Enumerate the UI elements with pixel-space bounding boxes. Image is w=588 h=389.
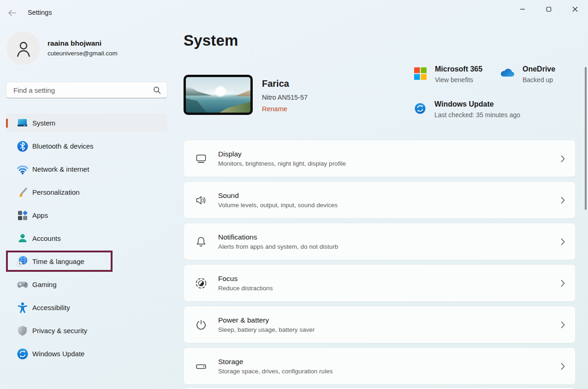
sidebar-item-personalization[interactable]: Personalization [6,183,167,202]
chevron-right-icon [561,238,565,245]
avatar [6,31,40,65]
selection-accent-pill [6,119,8,128]
settings-cards: Display Monitors, brightness, night ligh… [184,140,576,385]
card-subtitle: Sleep, battery usage, battery saver [218,326,315,333]
window-title: Settings [28,9,52,16]
search-icon [153,86,161,94]
sidebar-item-label: Accounts [32,234,61,242]
sidebar-item-accounts[interactable]: Accounts [6,229,167,248]
card-subtitle: Alerts from apps and system, do not dist… [218,243,338,250]
sidebar-item-windows-update[interactable]: Windows Update [6,344,167,363]
chevron-right-icon [561,197,565,204]
time-language-icon [16,255,29,268]
back-button[interactable] [6,7,18,18]
sidebar-item-accessibility[interactable]: Accessibility [6,298,167,317]
gaming-icon [16,278,29,291]
notifications-icon [184,236,218,248]
card-title: Storage [218,358,333,366]
search-box [6,82,167,98]
sidebar-item-label: Personalization [32,188,80,196]
sidebar-item-apps[interactable]: Apps [6,206,167,225]
system-icon [16,117,29,129]
personalization-icon [16,186,29,198]
card-title: Focus [218,275,273,283]
minimize-button[interactable] [509,0,535,18]
device-model: Nitro AN515-57 [262,94,308,101]
microsoft-365-logo [414,65,427,84]
sidebar-item-label: Bluetooth & devices [32,142,94,150]
focus-icon [184,277,218,289]
accessibility-icon [16,301,29,314]
profile-name: raaina bhojwani [48,39,101,48]
storage-icon [184,360,218,372]
page-title: System [184,32,238,49]
scrollbar-thumb[interactable] [585,67,587,210]
privacy-shield-icon [16,324,29,337]
sidebar-item-time-language[interactable]: Time & language [6,252,167,271]
chevron-right-icon [561,321,565,329]
status-title: Microsoft 365 [435,65,482,73]
status-title: Windows Update [434,100,520,108]
card-focus[interactable]: Focus Reduce distractions [184,264,576,302]
sidebar-item-label: Gaming [32,281,57,288]
card-title: Notifications [218,233,338,241]
chevron-right-icon [561,363,565,370]
sidebar-item-bluetooth-devices[interactable]: Bluetooth & devices [6,137,167,156]
card-title: Sound [218,192,338,200]
sidebar-item-label: Privacy & security [32,327,87,335]
card-subtitle: Reduce distractions [218,285,273,292]
windows-update-icon [414,100,426,119]
status-onedrive[interactable]: OneDrive Backed up [499,65,555,84]
onedrive-icon [499,65,514,84]
status-subtitle: View benefits [435,76,482,84]
sidebar-nav: System Bluetooth & devices [6,114,167,367]
search-input[interactable] [6,86,153,94]
maximize-button[interactable] [535,0,562,18]
back-arrow-icon [8,10,16,16]
card-sound[interactable]: Sound Volume levels, output, input, soun… [184,181,576,219]
bluetooth-icon [16,140,29,152]
card-notifications[interactable]: Notifications Alerts from apps and syste… [184,223,576,260]
sound-icon [184,194,218,206]
chevron-right-icon [561,280,565,287]
status-title: OneDrive [523,65,555,73]
card-subtitle: Monitors, brightness, night light, displ… [218,160,346,167]
settings-window: Settings raaina bhojwani cuteuniverse@gm… [0,0,588,389]
accounts-icon [16,232,29,245]
status-subtitle: Last checked: 35 minutes ago [434,111,520,119]
person-icon [15,40,32,57]
close-icon [572,6,578,12]
status-windows-update[interactable]: Windows Update Last checked: 35 minutes … [414,100,520,119]
sidebar-item-privacy-security[interactable]: Privacy & security [6,321,167,340]
chevron-right-icon [561,155,565,162]
power-icon [184,319,218,331]
rename-link[interactable]: Rename [262,105,287,113]
card-title: Power & battery [218,316,315,324]
sidebar-item-system[interactable]: System [6,114,167,132]
card-display[interactable]: Display Monitors, brightness, night ligh… [184,140,576,177]
network-icon [16,163,29,175]
sidebar-item-label: System [32,119,55,127]
apps-icon [16,209,29,221]
sidebar-item-network-internet[interactable]: Network & internet [6,160,167,179]
card-title: Display [218,150,346,158]
user-profile[interactable]: raaina bhojwani cuteuniverse@gmail.com [6,31,168,66]
sidebar-item-label: Accessibility [32,304,70,311]
sidebar-item-label: Windows Update [32,350,84,358]
card-power-battery[interactable]: Power & battery Sleep, battery usage, ba… [184,306,576,343]
card-subtitle: Volume levels, output, input, sound devi… [218,202,338,209]
sidebar-item-label: Network & internet [32,165,89,173]
device-image [184,75,253,115]
profile-email: cuteuniverse@gmail.com [48,50,118,57]
status-microsoft-365[interactable]: Microsoft 365 View benefits [414,65,482,84]
close-button[interactable] [562,0,588,18]
card-storage[interactable]: Storage Storage space, drives, configura… [184,347,576,385]
device-name: Farica [262,78,289,89]
windows-update-icon [16,347,29,360]
maximize-icon [546,6,552,12]
card-subtitle: Storage space, drives, configuration rul… [218,368,333,375]
display-icon [184,153,218,165]
sidebar-item-gaming[interactable]: Gaming [6,275,167,294]
window-controls [509,0,588,18]
status-subtitle: Backed up [523,76,555,84]
